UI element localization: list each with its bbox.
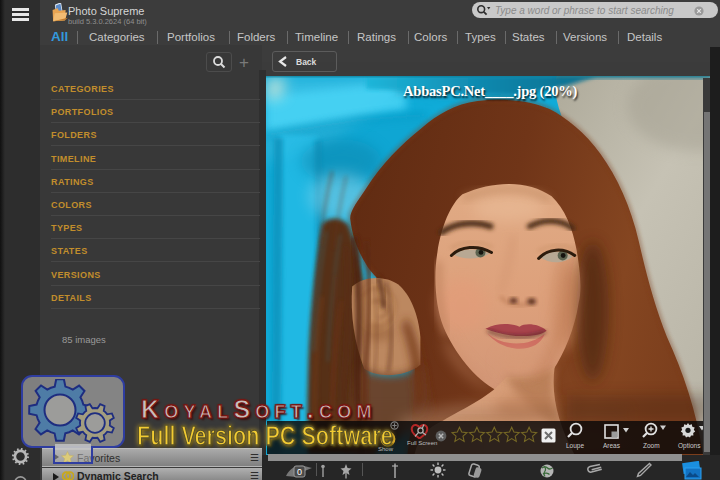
svg-text:0: 0 [297, 467, 302, 477]
